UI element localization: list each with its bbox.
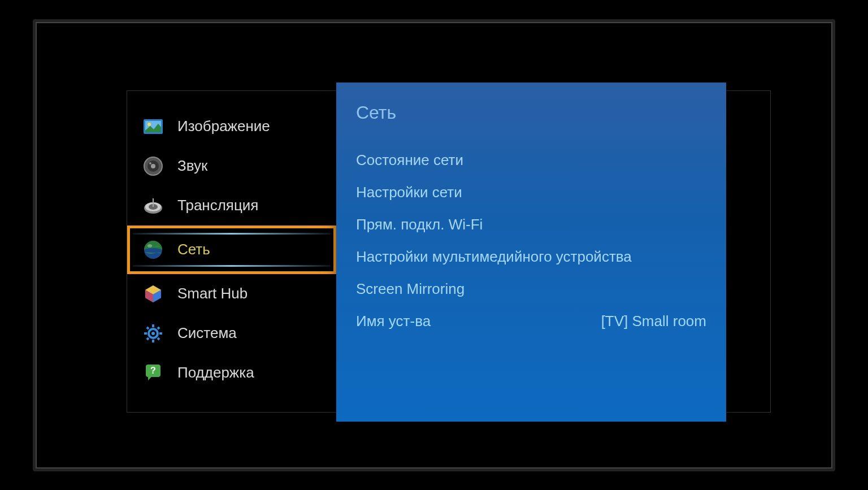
sidebar-item-network[interactable]: Сеть — [127, 226, 336, 274]
sidebar-item-sound[interactable]: Звук — [127, 146, 336, 186]
svg-line-20 — [147, 338, 149, 340]
network-icon — [141, 238, 165, 262]
screen: Изображение Звук — [62, 48, 806, 443]
content-item-device-name[interactable]: Имя уст-ва [TV] Small room — [356, 313, 706, 330]
panel-items: Состояние сети Настройки сети Прям. подк… — [356, 151, 706, 330]
sidebar-item-label: Поддержка — [177, 364, 254, 381]
content-item-label: Screen Mirroring — [356, 280, 465, 298]
support-icon: ? — [141, 361, 165, 385]
sidebar-item-label: Изображение — [177, 118, 270, 135]
svg-point-6 — [149, 162, 151, 164]
sidebar-item-picture[interactable]: Изображение — [127, 107, 336, 146]
svg-line-19 — [158, 338, 159, 340]
svg-point-2 — [147, 123, 151, 126]
content-item-screen-mirroring[interactable]: Screen Mirroring — [356, 280, 706, 298]
content-item-network-status[interactable]: Состояние сети — [356, 151, 706, 169]
svg-point-5 — [151, 164, 155, 168]
tv-frame: Изображение Звук — [33, 19, 835, 471]
sound-icon — [141, 154, 165, 178]
content-item-label: Имя уст-ва — [356, 313, 431, 330]
content-item-value: [TV] Small room — [601, 313, 706, 330]
svg-line-18 — [147, 327, 149, 329]
sidebar-item-label: Трансляция — [177, 197, 258, 214]
sidebar-item-broadcast[interactable]: Трансляция — [127, 186, 336, 226]
broadcast-icon — [141, 194, 165, 218]
system-icon — [141, 322, 165, 345]
picture-icon — [141, 115, 165, 138]
sidebar-item-support[interactable]: ? Поддержка — [127, 353, 336, 393]
menu-container: Изображение Звук — [127, 90, 771, 413]
content-item-network-settings[interactable]: Настройки сети — [356, 184, 706, 201]
content-item-multimedia-settings[interactable]: Настройки мультимедийного устройства — [356, 248, 706, 266]
content-item-wifi-direct[interactable]: Прям. подкл. Wi-Fi — [356, 216, 706, 233]
smarthub-icon — [141, 282, 165, 306]
content-panel: Сеть Состояние сети Настройки сети Прям.… — [336, 83, 726, 422]
svg-point-12 — [147, 244, 152, 248]
sidebar-item-smarthub[interactable]: Smart Hub — [127, 274, 336, 314]
sidebar-item-label: Звук — [177, 157, 207, 175]
sidebar-item-label: Сеть — [177, 241, 210, 258]
svg-text:?: ? — [150, 366, 156, 375]
content-item-label: Прям. подкл. Wi-Fi — [356, 216, 483, 233]
content-item-label: Настройки сети — [356, 184, 462, 201]
sidebar-item-system[interactable]: Система — [127, 314, 336, 353]
content-item-label: Состояние сети — [356, 151, 463, 169]
panel-title: Сеть — [356, 102, 706, 123]
svg-point-22 — [151, 332, 155, 335]
content-item-label: Настройки мультимедийного устройства — [356, 248, 632, 266]
svg-line-21 — [158, 327, 159, 329]
sidebar: Изображение Звук — [127, 91, 336, 412]
sidebar-item-label: Система — [177, 324, 237, 342]
sidebar-item-label: Smart Hub — [177, 285, 248, 302]
